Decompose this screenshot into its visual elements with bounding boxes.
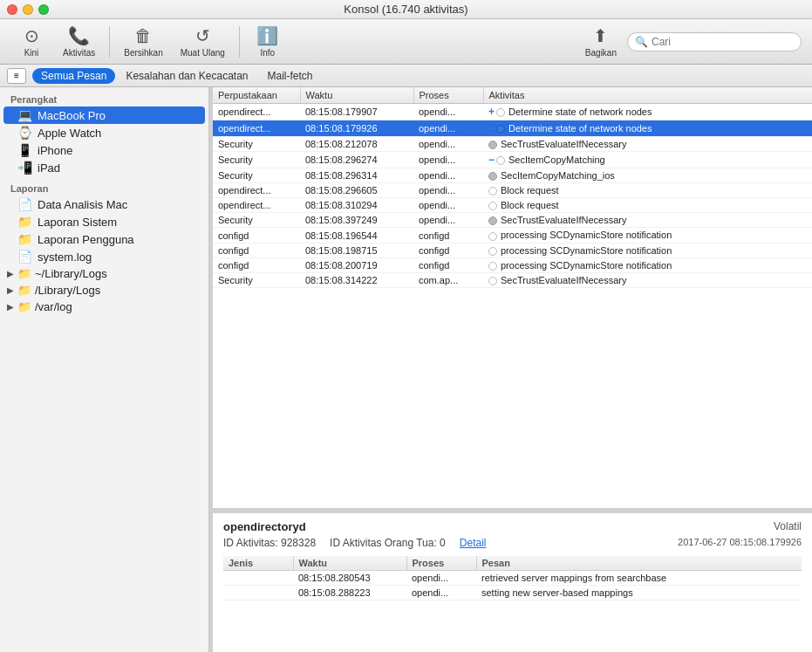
filter-tab-mail[interactable]: Mail-fetch [259, 68, 322, 84]
bersihkan-button[interactable]: 🗑 Bersihkan [117, 24, 169, 59]
cell-time: 08:15:08.179926 [300, 120, 413, 137]
cell-time: 08:15:08.310294 [300, 198, 413, 213]
minimize-button[interactable] [23, 4, 33, 15]
applewatch-icon: ⌚ [17, 126, 32, 140]
laporan-section: Laporan [0, 176, 208, 196]
table-row[interactable]: Security 08:15:08.296274 opendi... −SecI… [213, 152, 812, 168]
cell-proc: opendi... [413, 183, 483, 198]
col-header-proses: Proses [413, 87, 483, 104]
muat-ulang-icon: ↺ [195, 25, 210, 46]
laporan-pengguna-icon: 📁 [17, 232, 32, 246]
sidebar-item-ipad[interactable]: 📲 iPad [3, 159, 205, 176]
sidebar-item-system-log[interactable]: 📄 system.log [3, 248, 205, 265]
table-row[interactable]: opendirect... 08:15:08.179907 opendi... … [213, 104, 812, 120]
table-row[interactable]: Security 08:15:08.212078 opendi... SecTr… [213, 137, 812, 152]
maximize-button[interactable] [38, 4, 49, 15]
bagikan-label: Bagikan [585, 48, 617, 58]
macbook-icon: 💻 [17, 108, 32, 122]
resize-handle-vertical[interactable] [209, 87, 213, 652]
filter-tab-kesalahan[interactable]: Kesalahan dan Kecacatan [117, 68, 256, 84]
content-panel: Perpustakaan Waktu Proses Aktivitas open… [213, 87, 812, 652]
sidebar-item-data-analisis[interactable]: 📄 Data Analisis Mac [3, 196, 205, 213]
filter-tab-semua[interactable]: Semua Pesan [32, 68, 115, 84]
bagikan-button[interactable]: ⬆ Bagikan [578, 24, 624, 59]
muat-ulang-label: Muat Ulang [181, 48, 225, 58]
dot-indicator [488, 216, 497, 225]
detail-cell-pesan: retrieved server mappings from searchbas… [476, 571, 802, 586]
aktivitas-button[interactable]: 📞 Aktivitas [56, 24, 102, 59]
sidebar-item-laporan-sistem[interactable]: 📁 Laporan Sistem [3, 213, 205, 230]
detail-cell-pesan: setting new server-based mappings [476, 586, 802, 601]
expand-arrow-3: ▶ [7, 302, 14, 312]
bersihkan-label: Bersihkan [124, 48, 162, 58]
cell-activity: SecTrustEvaluateIfNecessary [483, 272, 812, 287]
table-row[interactable]: opendirect... 08:15:08.179926 opendi... … [213, 120, 812, 137]
cell-activity: processing SCDynamicStore notification [483, 257, 812, 272]
col-header-aktivitas: Aktivitas [483, 87, 812, 104]
dot-indicator [488, 247, 497, 256]
cell-activity: −Determine state of network nodes [483, 120, 812, 137]
sidebar-item-label-laporan-pengguna: Laporan Pengguna [38, 233, 134, 246]
detail-sub-table: Jenis Waktu Proses Pesan 08:15:08.280543… [223, 556, 802, 601]
sidebar-item-library-logs-user[interactable]: ▶ 📁 ~/Library/Logs [3, 265, 205, 282]
sidebar-item-var-log[interactable]: ▶ 📁 /var/log [3, 299, 205, 315]
table-row[interactable]: configd 08:15:08.196544 configd processi… [213, 228, 812, 243]
sidebar-item-macbook[interactable]: 💻 MacBook Pro [3, 106, 205, 124]
dot-indicator [488, 141, 497, 149]
sidebar-item-applewatch[interactable]: ⌚ Apple Watch [3, 124, 205, 141]
table-row[interactable]: Security 08:15:08.314222 com.ap... SecTr… [213, 272, 812, 287]
share-icon: ⬆ [593, 25, 608, 46]
table-row[interactable]: configd 08:15:08.198715 configd processi… [213, 243, 812, 257]
library-logs-user-icon: 📁 [17, 267, 31, 280]
detail-cell-jenis [223, 586, 293, 601]
close-button[interactable] [7, 4, 17, 15]
cell-activity: SecTrustEvaluateIfNecessary [483, 213, 812, 228]
cell-lib: opendirect... [213, 183, 300, 198]
filter-toggle[interactable]: ≡ [7, 68, 26, 84]
cell-time: 08:15:08.196544 [300, 228, 413, 243]
info-button[interactable]: ℹ️ Info [247, 24, 289, 59]
sidebar-item-label-ipad: iPad [38, 161, 60, 175]
dot-indicator [488, 262, 497, 271]
detail-row: 08:15:08.280543 opendi... retrieved serv… [223, 571, 802, 586]
sidebar-item-iphone[interactable]: 📱 iPhone [3, 141, 205, 159]
cell-time: 08:15:08.314222 [300, 272, 413, 287]
cell-time: 08:15:08.200719 [300, 257, 413, 272]
search-input[interactable] [652, 36, 794, 48]
sidebar-item-label-iphone: iPhone [38, 144, 72, 157]
table-row[interactable]: Security 08:15:08.397249 opendi... SecTr… [213, 213, 812, 228]
col-header-perpustakaan: Perpustakaan [213, 87, 300, 104]
cell-proc: opendi... [413, 104, 483, 120]
dot-indicator [496, 125, 505, 134]
minus-icon: − [488, 154, 495, 166]
cell-time: 08:15:08.296605 [300, 183, 413, 198]
cell-proc: opendi... [413, 213, 483, 228]
expand-arrow-2: ▶ [7, 285, 14, 295]
kini-label: Kini [24, 48, 39, 58]
sidebar-item-label-applewatch: Apple Watch [38, 127, 101, 140]
detail-cell-waktu: 08:15:08.288223 [293, 586, 406, 601]
search-bar[interactable]: 🔍 [627, 32, 802, 51]
detail-link[interactable]: Detail [460, 537, 487, 549]
dot-indicator [488, 172, 497, 181]
ipad-icon: 📲 [17, 161, 32, 175]
sidebar-item-library-logs[interactable]: ▶ 📁 /Library/Logs [3, 282, 205, 299]
sub-col-waktu: Waktu [293, 556, 406, 571]
log-table: Perpustakaan Waktu Proses Aktivitas open… [213, 87, 812, 288]
cell-activity: SecItemCopyMatching_ios [483, 168, 812, 183]
detail-cell-proses: opendi... [406, 586, 476, 601]
table-row[interactable]: opendirect... 08:15:08.310294 opendi... … [213, 198, 812, 213]
detail-title: opendirectoryd [223, 520, 306, 533]
table-row[interactable]: Security 08:15:08.296314 opendi... SecIt… [213, 168, 812, 183]
table-row[interactable]: configd 08:15:08.200719 configd processi… [213, 257, 812, 272]
kini-button[interactable]: ⊙ Kini [10, 24, 52, 59]
muat-ulang-button[interactable]: ↺ Muat Ulang [174, 24, 232, 59]
table-row[interactable]: opendirect... 08:15:08.296605 opendi... … [213, 183, 812, 198]
cell-activity: Block request [483, 198, 812, 213]
filter-bar: ≡ Semua Pesan Kesalahan dan Kecacatan Ma… [0, 65, 812, 87]
log-table-container[interactable]: Perpustakaan Waktu Proses Aktivitas open… [213, 87, 812, 509]
search-icon: 🔍 [635, 36, 648, 48]
detail-cell-waktu: 08:15:08.280543 [293, 571, 406, 586]
info-icon: ℹ️ [256, 25, 278, 46]
sidebar-item-laporan-pengguna[interactable]: 📁 Laporan Pengguna [3, 230, 205, 248]
